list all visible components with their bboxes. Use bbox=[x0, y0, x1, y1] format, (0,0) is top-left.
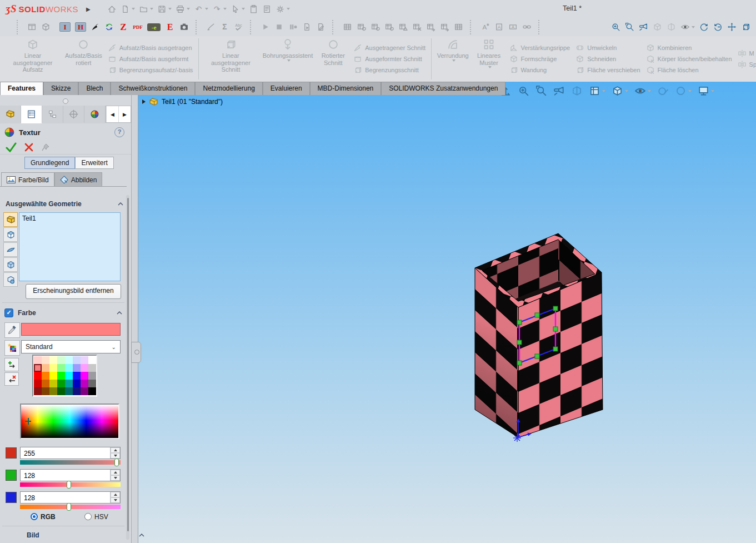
filter-body-button[interactable] bbox=[3, 257, 18, 272]
group-selected-geometry[interactable]: Ausgewählte Geometrie bbox=[0, 198, 132, 210]
blue-spinner[interactable] bbox=[110, 492, 120, 503]
sweep-boss-button[interactable]: Aufsatz/Basis ausgetragen bbox=[108, 43, 193, 52]
spellcheck-button[interactable]: Abc bbox=[233, 21, 244, 33]
shell-button[interactable]: Wandung bbox=[509, 66, 570, 74]
palette-swatch[interactable] bbox=[81, 356, 88, 364]
ok-check-button[interactable] bbox=[6, 142, 17, 152]
fillet-button[interactable]: Verrundung bbox=[434, 36, 472, 82]
select-button[interactable] bbox=[229, 3, 246, 16]
previous-view-button[interactable] bbox=[638, 21, 649, 33]
remove-color-button[interactable] bbox=[4, 372, 19, 386]
intersect-button[interactable]: Schneiden bbox=[575, 54, 640, 63]
print-icon-caret[interactable] bbox=[187, 8, 190, 10]
collapse-chevron-icon[interactable] bbox=[118, 202, 123, 206]
print-button[interactable] bbox=[174, 3, 191, 16]
save-button[interactable] bbox=[156, 3, 173, 16]
extrude-cut-button[interactable]: Linear ausgetragener Schnitt bbox=[202, 36, 260, 82]
refresh-button[interactable] bbox=[103, 21, 115, 33]
hide-show-button[interactable] bbox=[679, 21, 696, 33]
palette-swatch[interactable] bbox=[49, 380, 57, 387]
collapse-chevron-icon[interactable] bbox=[117, 311, 122, 315]
rib-button[interactable]: Verstärkungsrippe bbox=[509, 43, 570, 52]
palette-swatch[interactable] bbox=[73, 356, 81, 364]
palette-swatch[interactable] bbox=[42, 387, 49, 395]
tab-mapping[interactable]: Abbilden bbox=[54, 172, 103, 187]
tab-basic[interactable]: Grundlegend bbox=[24, 157, 75, 169]
menu-expand-arrow[interactable]: ▶ bbox=[86, 6, 91, 12]
loft-boss-button[interactable]: Aufsatz/Basis ausgeformt bbox=[108, 54, 193, 63]
palette-swatch[interactable] bbox=[49, 372, 57, 380]
sketch-handle[interactable] bbox=[553, 306, 558, 311]
filter-graphics-body-button[interactable] bbox=[3, 272, 18, 287]
bom-table-button[interactable] bbox=[356, 21, 367, 33]
pm-tab-features-tree[interactable] bbox=[0, 106, 21, 123]
sketch-handle[interactable] bbox=[553, 327, 558, 331]
boundary-boss-button[interactable]: Begrenzungsaufsatz/-basis bbox=[108, 66, 193, 74]
draft-analysis-button[interactable] bbox=[652, 21, 663, 33]
extrude-boss-button[interactable]: Linear ausgetragener Aufsatz bbox=[3, 36, 62, 82]
scroll-tabs-left-button[interactable]: ◀ bbox=[106, 106, 118, 122]
red-spinner[interactable] bbox=[110, 447, 120, 459]
combine-button[interactable]: Kombinieren bbox=[646, 43, 732, 52]
sketch-handle[interactable] bbox=[535, 313, 539, 317]
palette-swatch[interactable] bbox=[65, 380, 73, 387]
boundary-cut-button[interactable]: Begrenzungsschnitt bbox=[353, 66, 425, 74]
design-table-button[interactable] bbox=[342, 21, 353, 33]
panel-scrollbar[interactable] bbox=[126, 195, 129, 540]
3d-views-button[interactable] bbox=[40, 21, 52, 33]
palette-swatch[interactable] bbox=[42, 364, 49, 372]
palette-swatch[interactable] bbox=[81, 387, 88, 395]
frame-note-button[interactable]: A bbox=[507, 21, 519, 33]
palette-swatch[interactable] bbox=[57, 356, 65, 364]
wrap-button[interactable]: Umwickeln bbox=[575, 43, 640, 52]
palette-swatch[interactable] bbox=[88, 380, 96, 387]
pm-tab-property-manager[interactable] bbox=[21, 106, 42, 123]
revolve-cut-button[interactable]: Rotierter Schnitt bbox=[316, 36, 351, 82]
balloon-note-button[interactable]: A bbox=[493, 21, 505, 33]
palette-swatch[interactable] bbox=[57, 372, 65, 380]
palette-swatch[interactable] bbox=[34, 387, 42, 395]
red-value-input[interactable] bbox=[21, 447, 111, 460]
palette-swatch[interactable] bbox=[42, 380, 49, 387]
palette-swatch[interactable] bbox=[49, 387, 57, 395]
macro-e-button[interactable]: E bbox=[164, 21, 176, 34]
palette-swatch[interactable] bbox=[73, 387, 81, 395]
redo-icon-caret[interactable] bbox=[223, 8, 227, 10]
palette-swatch[interactable] bbox=[88, 364, 96, 372]
palette-swatch[interactable] bbox=[81, 364, 88, 372]
tab-features[interactable]: Features bbox=[0, 82, 43, 95]
select-icon-caret[interactable] bbox=[242, 8, 245, 10]
zoom-area-button[interactable] bbox=[624, 21, 635, 33]
swoosh-arrow-button[interactable] bbox=[89, 21, 101, 33]
pdf-export-button[interactable]: PDF bbox=[132, 23, 144, 32]
edrawings-button[interactable]: -e bbox=[146, 22, 162, 33]
pm-tab-configurations[interactable] bbox=[42, 106, 63, 123]
zoom-in-out-button[interactable] bbox=[610, 21, 622, 33]
pin-button[interactable] bbox=[41, 143, 51, 152]
sketch-handle[interactable] bbox=[517, 361, 522, 365]
new-document-button[interactable] bbox=[119, 3, 136, 16]
color-spectrum-picker[interactable] bbox=[20, 403, 119, 439]
sketch-handle[interactable] bbox=[535, 354, 539, 358]
form-button[interactable] bbox=[261, 3, 273, 16]
move-face-button[interactable]: Fläche verschieben bbox=[575, 66, 640, 74]
loft-cut-button[interactable]: Ausgeformter Schnitt bbox=[353, 54, 425, 63]
palette-swatch[interactable] bbox=[65, 372, 73, 380]
delete-body-button[interactable]: Körper löschen/beibehalten bbox=[646, 54, 732, 63]
green-slider-thumb[interactable] bbox=[67, 481, 71, 489]
palette-swatch[interactable] bbox=[73, 380, 81, 387]
save-icon-caret[interactable] bbox=[168, 8, 172, 10]
hsv-radio[interactable]: HSV bbox=[84, 512, 108, 521]
model-3d-box[interactable] bbox=[138, 82, 756, 543]
pan-button[interactable] bbox=[726, 21, 738, 33]
paste-button[interactable] bbox=[248, 3, 259, 16]
options-gear-button[interactable] bbox=[274, 3, 291, 16]
hole-table-button[interactable] bbox=[369, 21, 381, 33]
palette-swatch[interactable] bbox=[81, 380, 88, 387]
palette-swatch[interactable] bbox=[42, 356, 49, 364]
hole-wizard-button[interactable]: Bohrungsassistent bbox=[260, 36, 316, 82]
group-image[interactable]: Bild bbox=[0, 529, 153, 541]
hide-show-icon-caret[interactable] bbox=[692, 26, 695, 28]
palette-swatch[interactable] bbox=[88, 356, 96, 364]
palette-swatch[interactable] bbox=[49, 364, 57, 372]
